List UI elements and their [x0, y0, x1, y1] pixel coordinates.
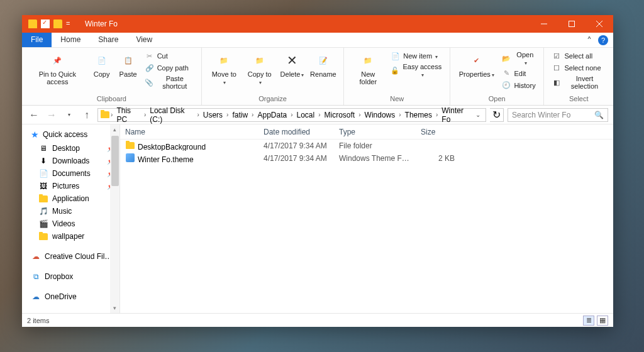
sidebar-creativecloud[interactable]: ☁Creative Cloud Fil… [22, 249, 119, 264]
breadcrumb-sep[interactable]: › [109, 111, 114, 118]
tab-view[interactable]: View [127, 33, 161, 47]
breadcrumb[interactable]: This PC [114, 106, 143, 124]
address-bar-row: ← → ▾ ↑ › This PC› Local Disk (C:)› User… [22, 106, 613, 124]
breadcrumb[interactable]: fatiw [230, 111, 250, 119]
scroll-down-icon[interactable]: ▾ [110, 303, 119, 313]
search-icon: 🔍 [594, 111, 604, 119]
explorer-window: = Winter Fo File Home Share View ˄ ? 📌 P… [22, 15, 613, 327]
scroll-up-icon[interactable]: ▴ [110, 124, 119, 135]
easyaccess-button[interactable]: 🔓Easy access ▾ [388, 62, 445, 79]
content-area: ★Quick access 🖥Desktop📌 ⬇Downloads📌 📄Doc… [22, 124, 613, 313]
file-list-pane: Name Date modified Type Size DesktopBack… [120, 124, 613, 313]
close-button[interactable] [586, 15, 613, 33]
tab-home[interactable]: Home [52, 33, 89, 47]
column-headers: Name Date modified Type Size [120, 124, 613, 140]
sidebar-quickaccess[interactable]: ★Quick access [22, 127, 119, 142]
clipboard-group-label: Clipboard [97, 94, 126, 104]
moveto-button[interactable]: 📁Move to ▾ [207, 50, 242, 94]
breadcrumb[interactable]: Winter Fo [439, 106, 473, 124]
pasteshortcut-button[interactable]: 📎Paste shortcut [142, 74, 196, 91]
view-details-button[interactable]: ≣ [583, 316, 594, 326]
sidebar-scrollbar[interactable]: ▴ ▾ [110, 124, 119, 313]
invertselection-button[interactable]: ◧Invert selection [549, 74, 608, 91]
breadcrumb[interactable]: Local Disk (C:) [147, 106, 196, 124]
sidebar-item-downloads[interactable]: ⬇Downloads📌 [22, 155, 119, 167]
cut-button[interactable]: ✂Cut [142, 50, 196, 62]
selectall-button[interactable]: ☑Select all [549, 50, 608, 62]
sidebar-item-desktop[interactable]: 🖥Desktop📌 [22, 142, 119, 155]
col-date[interactable]: Date modified [258, 125, 334, 139]
sidebar-thispc[interactable]: 💻This PC [22, 309, 119, 313]
col-size[interactable]: Size [416, 125, 460, 139]
sidebar-item-videos[interactable]: 🎬Videos [22, 217, 119, 230]
ribbon-collapse-icon[interactable]: ˄ [583, 33, 596, 47]
scroll-thumb[interactable] [111, 136, 119, 186]
breadcrumb[interactable]: Windows [362, 111, 398, 119]
title-icons: = [22, 19, 81, 28]
newitem-button[interactable]: 📄New item ▾ [388, 50, 445, 62]
nav-forward-button[interactable]: → [45, 108, 58, 122]
ribbon-tabs: File Home Share View ˄ ? [22, 33, 613, 48]
sidebar-dropbox[interactable]: ⧉Dropbox [22, 269, 119, 284]
nav-sidebar: ★Quick access 🖥Desktop📌 ⬇Downloads📌 📄Doc… [22, 124, 120, 313]
col-type[interactable]: Type [334, 125, 416, 139]
properties-button[interactable]: ✔Properties▾ [455, 50, 497, 94]
address-dropdown-icon[interactable]: ⌄ [473, 111, 483, 118]
svg-rect-0 [569, 21, 575, 27]
breadcrumb[interactable]: Themes [402, 111, 435, 119]
pin-quickaccess-button[interactable]: 📌 Pin to Quick access [27, 50, 88, 94]
sidebar-item-music[interactable]: 🎵Music [22, 205, 119, 217]
file-rows: DesktopBackground 4/17/2017 9:34 AM File… [120, 140, 613, 165]
breadcrumb[interactable]: Users [201, 111, 225, 119]
tab-share[interactable]: Share [89, 33, 127, 47]
delete-button[interactable]: ✕Delete▾ [278, 50, 307, 94]
minimize-button[interactable] [530, 15, 558, 33]
history-button[interactable]: 🕘History [499, 80, 538, 91]
titlebar[interactable]: = Winter Fo [22, 15, 613, 33]
sidebar-item-wallpaper[interactable]: wallpaper [22, 230, 119, 243]
open-group-label: Open [489, 94, 506, 104]
search-placeholder: Search Winter Fo [512, 111, 570, 119]
copyto-button[interactable]: 📁Copy to ▾ [243, 50, 277, 94]
edit-button[interactable]: ✎Edit [499, 68, 538, 79]
open-button[interactable]: 📂Open ▾ [499, 50, 538, 67]
maximize-button[interactable] [558, 15, 586, 33]
sidebar-item-pictures[interactable]: 🖼Pictures📌 [22, 180, 119, 192]
new-group-label: New [390, 94, 404, 104]
folder-icon [101, 110, 109, 120]
folder-icon [125, 141, 135, 151]
window-title: Winter Fo [81, 19, 118, 28]
sidebar-item-application[interactable]: Application [22, 192, 119, 205]
copypath-button[interactable]: 🔗Copy path [142, 62, 196, 74]
star-icon: ★ [31, 129, 39, 140]
search-input[interactable]: Search Winter Fo 🔍 [508, 108, 608, 122]
theme-file-icon [125, 153, 135, 163]
newfolder-button[interactable]: 📁New folder [349, 50, 387, 94]
nav-recent-dropdown[interactable]: ▾ [62, 108, 76, 122]
selectnone-button[interactable]: ☐Select none [549, 62, 608, 74]
nav-up-button[interactable]: ↑ [80, 108, 94, 122]
address-bar[interactable]: › This PC› Local Disk (C:)› Users› fatiw… [97, 108, 486, 122]
col-name[interactable]: Name [120, 125, 258, 139]
breadcrumb[interactable]: Local [294, 111, 318, 119]
statusbar: 2 items ≣ ▦ [22, 313, 613, 327]
pin-label: Pin to Quick access [31, 70, 84, 85]
nav-back-button[interactable]: ← [27, 108, 41, 122]
table-row[interactable]: DesktopBackground 4/17/2017 9:34 AM File… [120, 140, 613, 152]
select-group-label: Select [569, 94, 589, 104]
refresh-button[interactable]: ↻ [490, 108, 504, 122]
tab-file[interactable]: File [22, 33, 52, 47]
table-row[interactable]: Winter Fo.theme 4/17/2017 9:34 AM Window… [120, 152, 613, 165]
view-icons-button[interactable]: ▦ [597, 316, 608, 326]
ribbon: 📌 Pin to Quick access 📄 Copy 📋 Paste ✂Cu… [22, 48, 613, 106]
breadcrumb[interactable]: Microsoft [322, 111, 358, 119]
sidebar-onedrive[interactable]: ☁OneDrive [22, 289, 119, 304]
sidebar-item-documents[interactable]: 📄Documents📌 [22, 167, 119, 180]
help-icon[interactable]: ? [598, 35, 608, 45]
copy-button[interactable]: 📄 Copy [89, 50, 114, 94]
paste-button[interactable]: 📋 Paste [116, 50, 141, 94]
breadcrumb[interactable]: AppData [255, 111, 289, 119]
status-text: 2 items [27, 317, 49, 324]
rename-button[interactable]: 📝Rename [308, 50, 338, 94]
organize-group-label: Organize [258, 94, 287, 104]
